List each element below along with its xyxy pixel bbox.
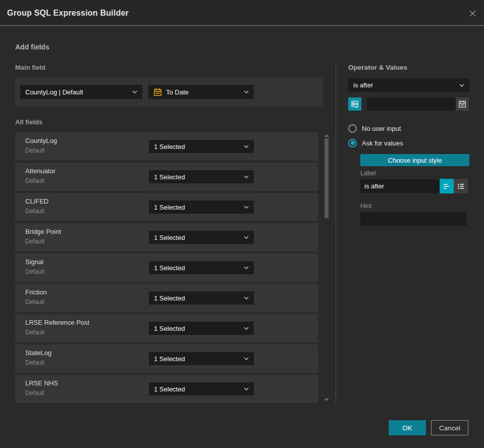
- chevron-down-icon: [244, 175, 249, 178]
- field-name: Attenuator: [25, 167, 56, 175]
- field-values-select[interactable]: 1 Selected: [149, 352, 254, 365]
- field-row: CountyLog Default 1 Selected: [15, 132, 318, 161]
- radio-ask-for-values[interactable]: Ask for values: [348, 138, 403, 147]
- field-values-select[interactable]: 1 Selected: [149, 170, 254, 183]
- field-values-select[interactable]: 1 Selected: [149, 140, 254, 153]
- chevron-down-icon: [244, 327, 249, 330]
- field-subtype: Default: [25, 147, 44, 154]
- field-subtype: Default: [25, 389, 44, 396]
- dialog-header: Group SQL Expression Builder: [0, 0, 484, 26]
- field-name: Friction: [25, 288, 47, 296]
- radio-circle-icon: [348, 124, 357, 133]
- text-input-style-icon[interactable]: [440, 179, 454, 193]
- field-subtype: Default: [25, 238, 44, 245]
- all-fields-label: All fields: [15, 118, 42, 126]
- label-field-label: Label: [360, 170, 376, 177]
- scroll-down-arrow-icon[interactable]: [324, 399, 329, 401]
- main-field-label: Main field: [15, 64, 45, 71]
- add-fields-heading: Add fields: [15, 43, 49, 51]
- field-values-select[interactable]: 1 Selected: [149, 201, 254, 214]
- field-name: Signal: [25, 258, 43, 266]
- chevron-down-icon: [244, 266, 249, 269]
- field-subtype: Default: [25, 208, 44, 215]
- field-name: CLIFED: [25, 197, 48, 205]
- field-row: Signal Default 1 Selected: [15, 254, 318, 282]
- scrollbar-thumb[interactable]: [325, 138, 329, 218]
- field-name: LRSE NHS: [25, 379, 58, 387]
- hint-field-label: Hint: [360, 203, 371, 210]
- field-values-select[interactable]: 1 Selected: [149, 322, 254, 335]
- field-subtype: Default: [25, 177, 44, 184]
- field-name: Bridge Point: [25, 228, 61, 235]
- field-row: LRSE NHS Default 1 Selected: [15, 375, 318, 403]
- chevron-down-icon: [244, 357, 249, 360]
- field-values-select[interactable]: 1 Selected: [149, 382, 254, 395]
- field-subtype: Default: [25, 268, 44, 275]
- field-name: StateLog: [25, 349, 51, 357]
- calendar-icon: [153, 88, 162, 96]
- group-sql-expression-builder-dialog: Group SQL Expression Builder Add fields …: [0, 0, 484, 448]
- main-field-select[interactable]: CountyLog | Default: [20, 85, 142, 99]
- field-values-select[interactable]: 1 Selected: [149, 231, 254, 244]
- field-row: StateLog Default 1 Selected: [15, 344, 318, 373]
- hint-input[interactable]: [360, 212, 466, 226]
- chevron-down-icon: [244, 236, 249, 239]
- chevron-down-icon: [132, 90, 137, 93]
- value-type-icon[interactable]: [348, 97, 361, 111]
- field-row: CLIFED Default 1 Selected: [15, 193, 318, 221]
- choose-input-style-button[interactable]: Choose input style: [360, 154, 469, 166]
- chevron-down-icon: [244, 296, 249, 300]
- operator-select[interactable]: is after: [348, 78, 469, 92]
- field-row: Friction Default 1 Selected: [15, 284, 318, 312]
- field-name: LRSE Reference Post: [25, 319, 89, 326]
- list-scrollbar: [322, 132, 331, 402]
- operator-values-heading: Operator & Values: [348, 64, 407, 71]
- chevron-down-icon: [459, 84, 464, 87]
- close-icon[interactable]: [468, 9, 477, 18]
- cancel-button[interactable]: Cancel: [431, 420, 468, 435]
- field-row: LRSE Reference Post Default 1 Selected: [15, 314, 318, 342]
- all-fields-list: CountyLog Default 1 Selected Attenuator …: [15, 132, 318, 405]
- chevron-down-icon: [244, 387, 249, 390]
- radio-circle-icon: [348, 139, 357, 147]
- field-subtype: Default: [25, 359, 44, 366]
- field-name: CountyLog: [25, 137, 57, 144]
- chevron-down-icon: [244, 90, 249, 93]
- chevron-down-icon: [244, 145, 249, 148]
- field-subtype: Default: [25, 329, 44, 336]
- field-row: Bridge Point Default 1 Selected: [15, 223, 318, 252]
- chevron-down-icon: [244, 206, 249, 209]
- field-row: Attenuator Default 1 Selected: [15, 163, 318, 191]
- field-values-select[interactable]: 1 Selected: [149, 291, 254, 305]
- radio-no-user-input[interactable]: No user input: [348, 124, 401, 133]
- main-field-date-select[interactable]: To Date: [148, 85, 254, 99]
- ok-button[interactable]: OK: [389, 420, 426, 435]
- field-values-select[interactable]: 1 Selected: [149, 261, 254, 274]
- panel-divider: [336, 63, 336, 404]
- scroll-up-arrow-icon[interactable]: [324, 134, 329, 137]
- value-input[interactable]: [367, 97, 456, 111]
- field-subtype: Default: [25, 298, 44, 306]
- list-input-style-icon[interactable]: [454, 179, 468, 193]
- dialog-title: Group SQL Expression Builder: [7, 0, 129, 26]
- label-input[interactable]: [360, 179, 440, 193]
- date-picker-icon[interactable]: [456, 97, 469, 111]
